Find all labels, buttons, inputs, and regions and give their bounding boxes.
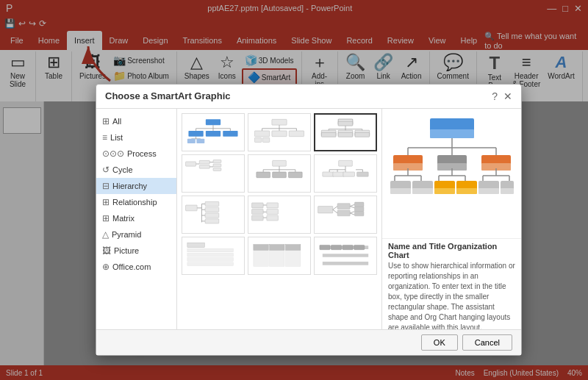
svg-rect-23 — [254, 137, 261, 142]
nav-relationship[interactable]: ⊞ Relationship — [96, 194, 176, 210]
svg-rect-26 — [338, 121, 353, 126]
svg-rect-22 — [289, 131, 304, 137]
svg-rect-9 — [223, 131, 237, 137]
svg-rect-103 — [187, 258, 233, 262]
svg-rect-63 — [333, 172, 345, 176]
hierarchy-svg-4 — [184, 157, 242, 190]
dialog-close-icon[interactable]: ✕ — [503, 90, 512, 102]
svg-rect-21 — [272, 131, 287, 137]
svg-rect-53 — [257, 172, 270, 178]
hierarchy-nav-icon: ⊟ — [102, 181, 110, 191]
svg-rect-108 — [254, 245, 268, 251]
hierarchy-svg-7 — [184, 198, 242, 231]
cancel-button[interactable]: Cancel — [462, 334, 512, 351]
svg-rect-154 — [501, 188, 514, 194]
svg-rect-55 — [288, 172, 302, 178]
nav-matrix[interactable]: ⊞ Matrix — [96, 210, 176, 226]
dialog-nav: ⊞ All ≡ List ⊙⊙⊙ Process ↺ Cycle — [96, 109, 177, 329]
svg-rect-7 — [188, 131, 203, 137]
nav-process-label: Process — [127, 149, 157, 158]
svg-rect-152 — [478, 188, 499, 194]
picture-nav-icon: 🖼 — [102, 245, 111, 256]
nav-picture[interactable]: 🖼 Picture — [96, 243, 176, 259]
smartart-option-7[interactable] — [182, 196, 245, 234]
svg-rect-40 — [199, 160, 209, 164]
smartart-option-5[interactable] — [248, 154, 311, 193]
smartart-option-8[interactable] — [248, 196, 311, 234]
svg-rect-24 — [262, 137, 269, 142]
dialog-preview: Name and Title Organization Chart Use to… — [381, 109, 521, 329]
preview-title: Name and Title Organization Chart — [382, 238, 521, 261]
nav-cycle-label: Cycle — [112, 165, 133, 174]
svg-rect-33 — [321, 132, 336, 137]
svg-rect-104 — [187, 262, 233, 266]
nav-pyramid[interactable]: △ Pyramid — [96, 226, 176, 243]
dialog-grid — [177, 109, 381, 329]
hierarchy-svg-1 — [184, 115, 242, 148]
nav-hierarchy[interactable]: ⊟ Hierarchy — [96, 178, 176, 194]
smartart-option-2[interactable] — [248, 113, 311, 151]
preview-image — [382, 109, 521, 238]
smartart-option-12[interactable] — [314, 237, 377, 275]
svg-rect-92 — [337, 210, 350, 216]
svg-rect-81 — [252, 215, 264, 221]
dialog-help-icon[interactable]: ? — [492, 90, 498, 102]
svg-rect-56 — [339, 160, 353, 166]
dialog-footer: OK Cancel — [96, 329, 521, 355]
dialog-title-bar: Choose a SmartArt Graphic ? ✕ — [96, 85, 521, 109]
svg-rect-64 — [343, 172, 355, 176]
smartart-option-1[interactable] — [182, 113, 245, 151]
hierarchy-svg-5 — [251, 157, 308, 190]
svg-rect-45 — [213, 164, 221, 167]
list-nav-icon: ≡ — [102, 132, 107, 143]
svg-rect-78 — [205, 219, 219, 223]
svg-line-95 — [350, 212, 354, 213]
smartart-option-9[interactable] — [314, 196, 377, 234]
smartart-option-6[interactable] — [314, 154, 377, 193]
svg-line-94 — [350, 207, 354, 208]
svg-rect-12 — [187, 139, 196, 143]
nav-picture-label: Picture — [114, 246, 139, 255]
ok-button[interactable]: OK — [421, 334, 458, 351]
svg-rect-37 — [355, 132, 370, 137]
svg-rect-80 — [252, 209, 264, 214]
hierarchy-svg-12 — [317, 239, 374, 272]
svg-rect-79 — [252, 203, 264, 208]
svg-rect-44 — [213, 160, 221, 163]
svg-rect-47 — [273, 160, 287, 166]
svg-rect-1 — [206, 119, 220, 125]
smartart-option-10[interactable] — [182, 237, 245, 275]
dialog-title-icons: ? ✕ — [492, 90, 512, 102]
hierarchy-svg-2 — [251, 115, 308, 148]
svg-rect-99 — [354, 212, 363, 216]
matrix-nav-icon: ⊞ — [102, 213, 110, 223]
smartart-option-11[interactable] — [248, 237, 311, 275]
svg-rect-144 — [390, 188, 411, 194]
nav-process[interactable]: ⊙⊙⊙ Process — [96, 146, 176, 162]
svg-rect-41 — [199, 165, 209, 169]
dialog-title: Choose a SmartArt Graphic — [105, 90, 231, 101]
nav-cycle[interactable]: ↺ Cycle — [96, 162, 176, 178]
pyramid-nav-icon: △ — [102, 229, 109, 240]
svg-line-90 — [333, 209, 337, 213]
svg-rect-102 — [187, 253, 233, 257]
hierarchy-svg-9 — [317, 198, 374, 231]
svg-rect-146 — [412, 188, 433, 194]
nav-all[interactable]: ⊞ All — [96, 113, 176, 129]
preview-description: Use to show hierarchical information or … — [382, 261, 521, 329]
relationship-nav-icon: ⊞ — [102, 197, 110, 207]
svg-rect-46 — [213, 168, 221, 171]
smartart-option-3[interactable] — [314, 113, 377, 151]
hierarchy-svg-6 — [317, 157, 374, 190]
dialog-overlay: Choose a SmartArt Graphic ? ✕ ⊞ All ≡ Li… — [0, 0, 588, 380]
svg-rect-114 — [320, 245, 330, 249]
svg-rect-116 — [343, 245, 353, 249]
svg-rect-13 — [196, 139, 204, 143]
nav-all-label: All — [112, 117, 121, 126]
nav-list[interactable]: ≡ List — [96, 129, 176, 146]
nav-officecom[interactable]: ⊕ Office.com — [96, 259, 176, 275]
svg-rect-76 — [205, 207, 219, 212]
nav-hierarchy-label: Hierarchy — [112, 182, 147, 190]
nav-pyramid-label: Pyramid — [112, 230, 141, 239]
smartart-option-4[interactable] — [182, 154, 245, 193]
